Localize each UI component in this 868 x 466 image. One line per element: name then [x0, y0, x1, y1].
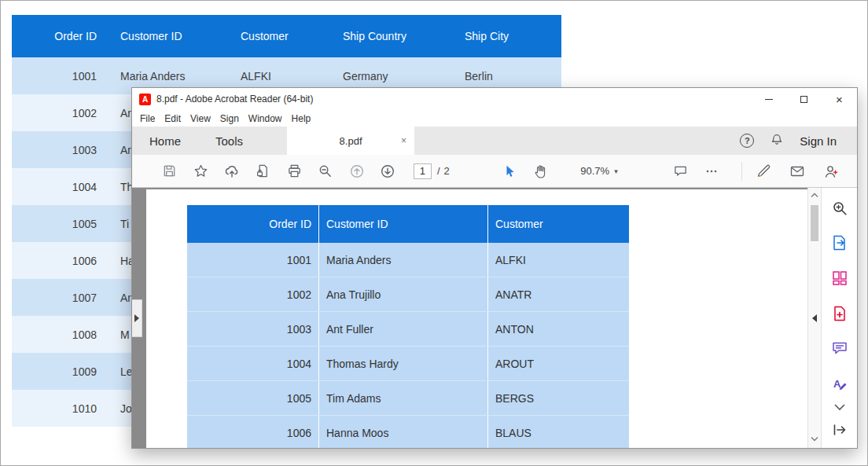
grid-cell-order-id: 1004: [12, 168, 109, 205]
select-tool-icon[interactable]: [499, 160, 520, 183]
minimize-button[interactable]: [751, 88, 786, 110]
pdf-cell-order-id: 1005: [187, 381, 319, 415]
grid-cell-order-id: 1001: [12, 57, 109, 94]
tools-pane-toggle[interactable]: [807, 301, 821, 336]
expand-pane-icon[interactable]: [828, 420, 851, 440]
next-page-button[interactable]: [377, 160, 399, 183]
tab-home[interactable]: Home: [132, 127, 198, 155]
pdf-header-customer: Customer: [488, 205, 629, 243]
organize-pages-icon[interactable]: [828, 268, 851, 288]
menu-file[interactable]: File: [140, 113, 155, 124]
tab-document[interactable]: 8.pdf ×: [287, 127, 414, 155]
toolbar-right-group: [732, 160, 844, 183]
pdf-table-row: 1003 Ant Fuller ANTON: [187, 312, 629, 347]
grid-cell-order-id: 1006: [12, 242, 109, 279]
screenshot-frame: Order ID Customer ID Customer Ship Count…: [0, 0, 868, 466]
pdf-cell-customer: BERGS: [488, 381, 629, 415]
pdf-cell-customer: ANTON: [488, 312, 629, 346]
menu-bar: File Edit View Sign Window Help: [132, 110, 857, 127]
tabbar-right-cluster: ? Sign In: [740, 127, 857, 155]
pdf-cell-customer-id: Maria Anders: [319, 243, 488, 277]
grid-cell-order-id: 1005: [12, 205, 109, 242]
person-add-icon[interactable]: [819, 160, 843, 183]
pdf-cell-customer: BLAUS: [488, 416, 629, 448]
pdf-header-order-id: Order ID: [187, 205, 319, 243]
toolbar: 1 / 2 90.7% ▾: [132, 155, 857, 188]
pdf-cell-customer-id: Ana Trujillo: [319, 277, 488, 311]
close-button[interactable]: ×: [822, 88, 857, 110]
grid-header-row: Order ID Customer ID Customer Ship Count…: [12, 15, 561, 57]
hand-tool-icon[interactable]: [531, 160, 552, 183]
pdf-cell-order-id: 1002: [187, 277, 319, 311]
maximize-icon: [800, 96, 807, 103]
save-button[interactable]: [159, 160, 180, 183]
notification-bell-icon[interactable]: [770, 133, 784, 149]
scroll-up-icon[interactable]: [808, 193, 821, 198]
page-total-label: 2: [444, 165, 450, 177]
maximize-button[interactable]: [786, 88, 822, 110]
signature-pen-icon[interactable]: [752, 160, 775, 183]
grid-cell-order-id: 1009: [12, 353, 109, 390]
pdf-cell-order-id: 1001: [187, 243, 319, 277]
menu-view[interactable]: View: [190, 113, 211, 124]
grid-cell-order-id: 1003: [12, 131, 109, 168]
pdf-table-row: 1004 Thomas Hardy AROUT: [187, 347, 629, 381]
menu-sign[interactable]: Sign: [220, 113, 239, 124]
grid-header-ship-city[interactable]: Ship City: [454, 15, 561, 57]
navigation-pane-toggle[interactable]: [132, 299, 142, 337]
window-titlebar[interactable]: A 8.pdf - Adobe Acrobat Reader (64-bit) …: [132, 88, 857, 110]
pdf-cell-order-id: 1006: [187, 416, 319, 448]
pdf-table-row: 1005 Tim Adams BERGS: [187, 381, 629, 416]
grid-cell-order-id: 1007: [12, 279, 109, 316]
grid-header-customer-id[interactable]: Customer ID: [109, 15, 230, 57]
tab-tools[interactable]: Tools: [198, 127, 260, 155]
pdf-cell-customer: ALFKI: [488, 243, 629, 277]
pdf-table: Order ID Customer ID Customer 1001 Maria…: [187, 205, 629, 448]
pdf-header-customer-id: Customer ID: [319, 205, 488, 243]
grid-cell-order-id: 1010: [12, 390, 109, 427]
menu-edit[interactable]: Edit: [164, 113, 181, 124]
grid-header-order-id[interactable]: Order ID: [12, 15, 109, 57]
tools-rail: A: [821, 188, 857, 448]
minimize-icon: [765, 99, 773, 100]
page-number-input[interactable]: 1: [414, 163, 432, 179]
tab-document-label: 8.pdf: [340, 135, 362, 147]
pdf-table-row: 1001 Maria Anders ALFKI: [187, 243, 629, 277]
rail-chevron-down-icon[interactable]: [828, 397, 851, 417]
scrollbar-thumb[interactable]: [811, 205, 818, 241]
envelope-icon[interactable]: [785, 160, 809, 183]
zoom-level-dropdown[interactable]: 90.7% ▾: [580, 165, 617, 177]
star-favorite-button[interactable]: [190, 160, 211, 183]
search-icon[interactable]: [315, 160, 337, 183]
comment-icon[interactable]: [828, 339, 851, 359]
grid-header-customer[interactable]: Customer: [230, 15, 332, 57]
previous-page-button[interactable]: [346, 160, 367, 183]
create-pdf-icon[interactable]: [828, 303, 851, 324]
sign-in-button[interactable]: Sign In: [800, 134, 837, 148]
more-options-button[interactable]: [701, 160, 722, 183]
pdf-cell-customer-id: Thomas Hardy: [319, 347, 488, 380]
menu-window[interactable]: Window: [248, 113, 282, 124]
print-button[interactable]: [284, 160, 305, 183]
chevron-down-icon: ▾: [614, 167, 618, 175]
zoom-level-value: 90.7%: [580, 165, 609, 177]
tab-bar: Home Tools 8.pdf × ? Sign In: [132, 127, 857, 155]
pdf-cell-customer-id: Ant Fuller: [319, 312, 488, 346]
page-lock-button[interactable]: [252, 160, 274, 183]
fill-sign-icon[interactable]: A: [828, 373, 851, 394]
menu-help[interactable]: Help: [292, 113, 311, 124]
pdf-cell-order-id: 1003: [187, 312, 319, 346]
tab-close-icon[interactable]: ×: [401, 135, 406, 146]
help-icon[interactable]: ?: [740, 134, 754, 148]
grid-cell-order-id: 1008: [12, 316, 109, 353]
grid-header-ship-country[interactable]: Ship Country: [332, 15, 454, 57]
comment-bubble-button[interactable]: [670, 160, 691, 183]
page-divider-label: /: [437, 165, 440, 177]
marquee-zoom-icon[interactable]: [828, 198, 851, 218]
pdf-cell-order-id: 1004: [187, 347, 319, 380]
export-pdf-icon[interactable]: [828, 233, 851, 254]
pdf-cell-customer-id: Hanna Moos: [319, 416, 488, 448]
scroll-down-icon[interactable]: [808, 436, 821, 442]
acrobat-window: A 8.pdf - Adobe Acrobat Reader (64-bit) …: [131, 87, 858, 449]
share-upload-button[interactable]: [221, 160, 242, 183]
